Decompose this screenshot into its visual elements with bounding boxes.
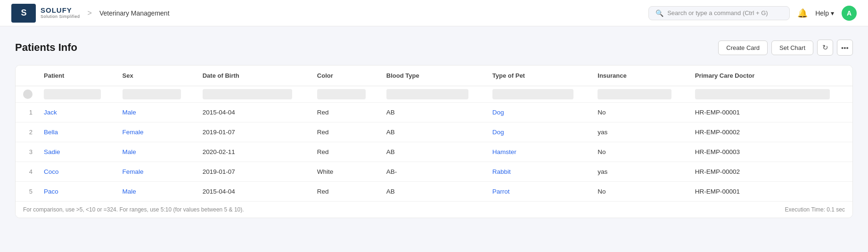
- cell-pet[interactable]: Hamster: [485, 142, 590, 162]
- cell-sex[interactable]: Male: [115, 182, 195, 202]
- table-row: 5PacoMale2015-04-04RedABParrotNoHR-EMP-0…: [16, 182, 852, 202]
- col-patient: Patient: [36, 65, 115, 86]
- col-num: [16, 65, 36, 86]
- avatar-letter: A: [847, 9, 852, 17]
- filter-blood[interactable]: [386, 89, 468, 99]
- patients-table: Patient Sex Date of Birth Color Blood Ty…: [16, 65, 852, 201]
- cell-color: Red: [310, 122, 379, 142]
- col-sex: Sex: [115, 65, 195, 86]
- cell-dob: 2019-01-07: [195, 162, 310, 182]
- table-row: 2BellaFemale2019-01-07RedABDogyasHR-EMP-…: [16, 122, 852, 142]
- logo-sub: Solution Simplified: [41, 15, 80, 19]
- cell-color: Red: [310, 182, 379, 202]
- cell-insurance: No: [590, 103, 687, 122]
- footer-hint: For comparison, use >5, <10 or =324. For…: [23, 206, 244, 213]
- filter-checkbox[interactable]: [23, 89, 33, 99]
- col-doctor: Primary Care Doctor: [688, 65, 852, 86]
- cell-patient[interactable]: Coco: [36, 162, 115, 182]
- col-dob: Date of Birth: [195, 65, 310, 86]
- filter-insurance[interactable]: [598, 89, 671, 99]
- page-actions: Create Card Set Chart ↻ •••: [718, 40, 853, 56]
- logo-area: S SOLUFY Solution Simplified: [11, 4, 80, 23]
- more-icon: •••: [841, 44, 849, 52]
- cell-num: 1: [16, 103, 36, 122]
- search-placeholder: Search or type a command (Ctrl + G): [667, 9, 768, 16]
- filter-patient[interactable]: [44, 89, 101, 99]
- cell-sex[interactable]: Male: [115, 142, 195, 162]
- cell-patient[interactable]: Sadie: [36, 142, 115, 162]
- cell-color: White: [310, 162, 379, 182]
- col-color: Color: [310, 65, 379, 86]
- breadcrumb-label: Veterinary Management: [99, 9, 170, 17]
- cell-dob: 2015-04-04: [195, 103, 310, 122]
- cell-insurance: yas: [590, 122, 687, 142]
- table-header-row: Patient Sex Date of Birth Color Blood Ty…: [16, 65, 852, 86]
- cell-doctor: HR-EMP-00002: [688, 122, 852, 142]
- refresh-icon: ↻: [822, 43, 828, 52]
- cell-color: Red: [310, 103, 379, 122]
- cell-pet[interactable]: Dog: [485, 122, 590, 142]
- create-card-button[interactable]: Create Card: [718, 41, 768, 55]
- table-row: 1JackMale2015-04-04RedABDogNoHR-EMP-0000…: [16, 103, 852, 122]
- table-container: Patient Sex Date of Birth Color Blood Ty…: [15, 65, 853, 218]
- col-blood: Blood Type: [379, 65, 485, 86]
- filter-dob[interactable]: [203, 89, 292, 99]
- app-header: S SOLUFY Solution Simplified > Veterinar…: [0, 0, 868, 26]
- cell-pet[interactable]: Rabbit: [485, 162, 590, 182]
- cell-num: 5: [16, 182, 36, 202]
- cell-doctor: HR-EMP-00002: [688, 162, 852, 182]
- cell-dob: 2015-04-04: [195, 182, 310, 202]
- avatar[interactable]: A: [842, 6, 857, 21]
- refresh-button[interactable]: ↻: [817, 40, 833, 56]
- table-row: 4CocoFemale2019-01-07WhiteAB-RabbityasHR…: [16, 162, 852, 182]
- cell-dob: 2019-01-07: [195, 122, 310, 142]
- filter-sex[interactable]: [123, 89, 181, 99]
- cell-insurance: No: [590, 182, 687, 202]
- filter-row: [16, 86, 852, 103]
- filter-color[interactable]: [317, 89, 366, 99]
- cell-doctor: HR-EMP-00001: [688, 182, 852, 202]
- filter-doctor[interactable]: [695, 89, 830, 99]
- col-insurance: Insurance: [590, 65, 687, 86]
- cell-patient[interactable]: Jack: [36, 103, 115, 122]
- table-footer: For comparison, use >5, <10 or =324. For…: [16, 201, 852, 218]
- cell-doctor: HR-EMP-00003: [688, 142, 852, 162]
- cell-num: 3: [16, 142, 36, 162]
- more-options-button[interactable]: •••: [837, 40, 853, 56]
- cell-insurance: yas: [590, 162, 687, 182]
- help-label: Help: [815, 9, 829, 17]
- logo-text: SOLUFY Solution Simplified: [41, 7, 80, 19]
- cell-patient[interactable]: Paco: [36, 182, 115, 202]
- help-chevron-icon: ▾: [831, 9, 834, 17]
- cell-blood: AB: [379, 103, 485, 122]
- cell-blood: AB: [379, 182, 485, 202]
- page-title: Patients Info: [15, 41, 77, 54]
- header-icons: 🔔 Help ▾ A: [797, 6, 857, 21]
- page-header: Patients Info Create Card Set Chart ↻ ••…: [15, 40, 853, 56]
- search-icon: 🔍: [655, 9, 663, 17]
- cell-pet[interactable]: Parrot: [485, 182, 590, 202]
- set-chart-button[interactable]: Set Chart: [771, 41, 813, 55]
- cell-num: 2: [16, 122, 36, 142]
- cell-sex[interactable]: Female: [115, 122, 195, 142]
- logo-icon: S: [11, 4, 36, 23]
- footer-exec: Execution Time: 0.1 sec: [785, 206, 845, 213]
- search-bar[interactable]: 🔍 Search or type a command (Ctrl + G): [648, 6, 790, 20]
- notification-bell-icon[interactable]: 🔔: [797, 8, 808, 18]
- cell-num: 4: [16, 162, 36, 182]
- cell-sex[interactable]: Female: [115, 162, 195, 182]
- filter-pet[interactable]: [492, 89, 573, 99]
- cell-blood: AB-: [379, 162, 485, 182]
- cell-insurance: No: [590, 142, 687, 162]
- table-row: 3SadieMale2020-02-11RedABHamsterNoHR-EMP…: [16, 142, 852, 162]
- cell-color: Red: [310, 142, 379, 162]
- page-content: Patients Info Create Card Set Chart ↻ ••…: [0, 26, 868, 231]
- cell-sex[interactable]: Male: [115, 103, 195, 122]
- cell-patient[interactable]: Bella: [36, 122, 115, 142]
- cell-pet[interactable]: Dog: [485, 103, 590, 122]
- cell-blood: AB: [379, 122, 485, 142]
- cell-doctor: HR-EMP-00001: [688, 103, 852, 122]
- help-button[interactable]: Help ▾: [815, 9, 834, 17]
- breadcrumb-separator: >: [88, 9, 92, 17]
- col-pet: Type of Pet: [485, 65, 590, 86]
